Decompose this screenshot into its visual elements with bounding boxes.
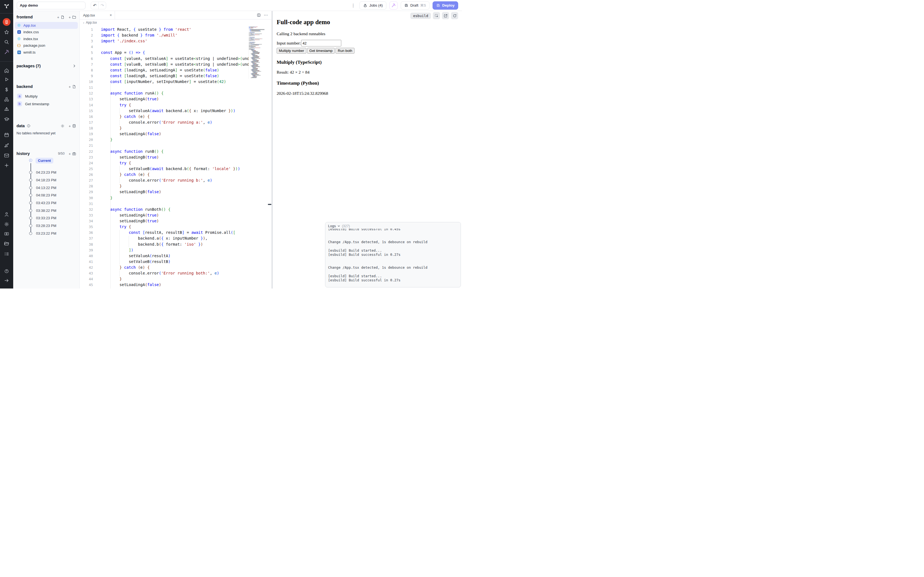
code-line[interactable]: 15 setValueA(await backend.a({ x: inputN… xyxy=(80,108,271,114)
code-line[interactable]: 42 } catch (e) { xyxy=(80,264,271,270)
code-line[interactable]: 23 setLoadingB(true) xyxy=(80,155,271,160)
code-line[interactable]: 16 } catch (e) { xyxy=(80,114,271,119)
code-line[interactable]: 10 const [inputNumber, setInputNumber] =… xyxy=(80,79,271,85)
undo-button[interactable]: ↶ xyxy=(91,2,99,9)
logs-content[interactable]: [esbuild] Build successful in 0.45s Chan… xyxy=(325,227,460,282)
code-line[interactable]: 6 const [valueA, setValueA] = useState<s… xyxy=(80,56,271,61)
code-line[interactable]: 22 async function runB() { xyxy=(80,149,271,155)
code-line[interactable]: 28 } xyxy=(80,183,271,189)
runnable-item-b[interactable]: bGet timestamp xyxy=(15,100,78,108)
chevron-down-icon[interactable] xyxy=(338,225,340,227)
code-line[interactable]: 17 console.error('Error running a:', e) xyxy=(80,119,271,125)
history-item[interactable]: 04:13:22 PM xyxy=(29,184,78,192)
code-line[interactable]: 32 async function runBoth() { xyxy=(80,206,271,213)
favorites-star-icon[interactable] xyxy=(3,29,10,35)
split-editor-icon[interactable] xyxy=(257,13,261,17)
home-icon[interactable] xyxy=(3,68,10,74)
code-line[interactable]: 3import './index.css' xyxy=(80,38,271,44)
history-item[interactable]: 03:43:23 PM xyxy=(29,199,78,207)
code-line[interactable]: 39 ]) xyxy=(80,247,271,253)
packages-section-header[interactable]: packages (7) xyxy=(16,63,76,69)
breadcrumb-file[interactable]: App.tsx xyxy=(86,21,97,24)
help-icon[interactable] xyxy=(3,268,10,274)
code-line[interactable]: 20 } xyxy=(80,137,271,143)
file-item-App-tsx[interactable]: App.tsx xyxy=(15,22,78,29)
chevron-right-icon[interactable]: › xyxy=(83,21,84,25)
open-external-button[interactable] xyxy=(442,12,449,19)
code-line[interactable]: 37 backend.a({ x: inputNumber }), xyxy=(80,235,271,241)
jobs-button[interactable]: Jobs (4) xyxy=(359,2,386,10)
code-line[interactable]: 5const App = () => { xyxy=(80,50,271,55)
history-time[interactable]: 04:08:23 PM xyxy=(36,193,57,197)
chevron-right-icon[interactable] xyxy=(72,64,76,68)
code-line[interactable]: 38 backend.b({ format: 'iso' }) xyxy=(80,242,271,247)
panel-resize-grip[interactable] xyxy=(268,204,271,205)
code-line[interactable]: 8 const [loadingA, setLoadingA] = useSta… xyxy=(80,67,271,73)
code-line[interactable]: 7 const [valueB, setValueB] = useState<s… xyxy=(80,61,271,67)
history-time[interactable]: 03:38:22 PM xyxy=(36,208,57,213)
create-plus-icon[interactable] xyxy=(3,163,10,168)
code-line[interactable]: 30 } xyxy=(80,195,271,201)
code-line[interactable]: 44 } xyxy=(80,276,271,282)
ai-wand-button[interactable] xyxy=(389,2,397,10)
add-runnable-button[interactable]: ＋ xyxy=(68,85,76,89)
code-line[interactable]: 12 async function runA() { xyxy=(80,90,271,96)
more-menu-icon[interactable]: ⋮ xyxy=(350,3,356,8)
history-item[interactable]: 03:23:22 PM xyxy=(29,230,78,237)
code-line[interactable]: 14 try { xyxy=(80,102,271,108)
history-time[interactable]: 03:28:23 PM xyxy=(36,224,57,228)
code-line[interactable]: 24 try { xyxy=(80,160,271,166)
settings-gear-icon[interactable] xyxy=(3,221,10,227)
preview-button-get-timestamp[interactable]: Get timestamp xyxy=(307,48,335,53)
build-tool-badge[interactable]: esbuild xyxy=(410,13,431,19)
code-line[interactable]: 40 setValueA(resultA) xyxy=(80,253,271,259)
variables-pyramid-icon[interactable] xyxy=(3,106,10,112)
history-item[interactable]: 04:23:23 PM xyxy=(29,169,78,176)
data-settings-gear-icon[interactable] xyxy=(60,124,65,128)
input-number-field[interactable] xyxy=(301,40,341,47)
code-line[interactable]: 13 setLoadingA(true) xyxy=(80,96,271,102)
history-item[interactable]: 03:38:22 PM xyxy=(29,206,78,214)
collapse-arrow-icon[interactable] xyxy=(3,277,10,284)
close-tab-icon[interactable]: × xyxy=(110,13,112,17)
runnable-item-a[interactable]: aMultiply xyxy=(15,92,78,100)
workspace-app-icon[interactable] xyxy=(3,18,10,26)
tab-app-tsx[interactable]: App.tsx × xyxy=(80,11,115,19)
search-icon[interactable] xyxy=(3,39,10,45)
code-line[interactable]: 4 xyxy=(80,44,271,50)
history-item[interactable]: 03:28:23 PM xyxy=(29,222,78,230)
code-content[interactable]: 1import React, { useState } from 'react'… xyxy=(80,26,271,288)
draft-button[interactable]: Draft ⌘S xyxy=(401,2,430,10)
history-time[interactable]: 03:23:22 PM xyxy=(36,231,57,235)
code-line[interactable]: 26 } catch (e) { xyxy=(80,172,271,177)
history-time[interactable]: 04:18:23 PM xyxy=(36,178,57,182)
code-line[interactable]: 19 setLoadingA(false) xyxy=(80,131,271,137)
resources-cubes-icon[interactable] xyxy=(3,97,10,103)
code-line[interactable]: 9 const [loadingB, setLoadingB] = useSta… xyxy=(80,73,271,79)
audit-list-icon[interactable] xyxy=(3,251,10,257)
code-line[interactable]: 43 console.error('Error running both:', … xyxy=(80,270,271,276)
usage-dollar-icon[interactable] xyxy=(3,87,10,93)
code-line[interactable]: 41 setValueB(resultB) xyxy=(80,259,271,264)
preview-button-multiply-number[interactable]: Multiply number xyxy=(277,48,306,53)
history-time[interactable]: 04:13:22 PM xyxy=(36,186,57,190)
history-time[interactable]: 03:43:23 PM xyxy=(36,201,57,205)
file-item-package-json[interactable]: {}package.json xyxy=(15,42,78,49)
history-item[interactable]: 04:18:23 PM xyxy=(29,176,78,184)
code-line[interactable]: 45 setLoadingA(false) xyxy=(80,282,271,288)
refresh-button[interactable] xyxy=(451,12,458,19)
code-line[interactable]: 11 xyxy=(80,85,271,90)
code-line[interactable]: 46 setLoadingB(false) xyxy=(80,288,271,288)
learn-cap-icon[interactable] xyxy=(3,116,10,122)
current-pill[interactable]: Current xyxy=(36,158,53,163)
code-line[interactable]: 33 setLoadingA(true) xyxy=(80,213,271,218)
history-item[interactable]: 03:33:23 PM xyxy=(29,214,78,222)
editor-more-icon[interactable]: ⋯ xyxy=(264,14,268,16)
add-table-button[interactable]: ＋ xyxy=(68,124,76,128)
folders-icon[interactable] xyxy=(3,241,10,247)
messages-mail-icon[interactable] xyxy=(3,153,10,158)
file-item-index-css[interactable]: 3index.css xyxy=(15,29,78,36)
history-item[interactable]: 04:08:23 PM xyxy=(29,192,78,199)
code-line[interactable]: 21 xyxy=(80,143,271,148)
history-item-current[interactable]: Current xyxy=(29,158,78,169)
